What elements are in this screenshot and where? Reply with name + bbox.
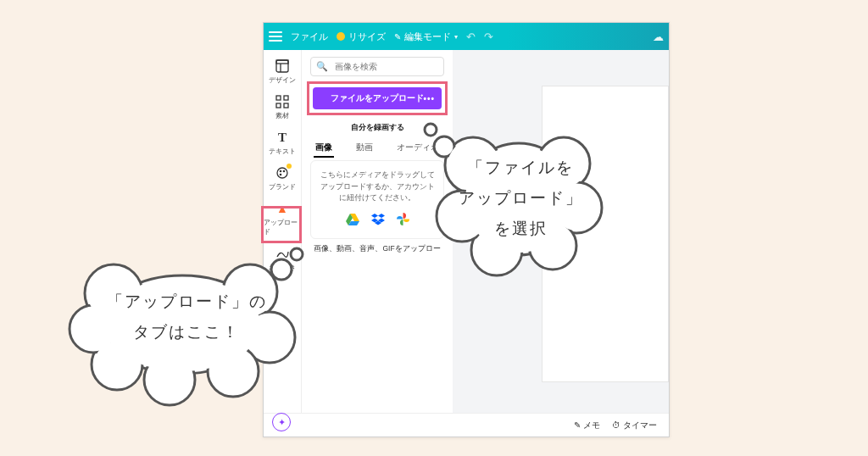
highlight-upload-button: ファイルをアップロード ••• [307,81,448,115]
svg-point-31 [208,346,259,397]
svg-point-37 [104,278,260,371]
svg-point-33 [92,339,142,390]
cloud-sync-icon[interactable]: ☁ [653,31,664,43]
svg-rect-5 [276,103,281,108]
file-menu[interactable]: ファイル [291,31,328,43]
svg-point-42 [147,357,192,403]
timer-label: タイマー [623,420,657,431]
dropbox-icon[interactable] [371,211,385,231]
svg-point-9 [283,170,286,173]
resize-label: リサイズ [348,31,386,43]
svg-rect-6 [284,103,288,108]
upload-file-button[interactable]: ファイルをアップロード ••• [313,87,442,109]
svg-rect-3 [276,96,281,100]
text-icon: T [275,130,290,145]
side-rail: デザイン 素材 T テキスト ブランド ▲ アップロー [264,50,302,413]
rail-item-text[interactable]: T テキスト [264,126,302,159]
memo-icon: ✎ [574,420,581,430]
search-icon: 🔍 [316,61,328,72]
record-self-button[interactable]: 自分を録画する [310,122,444,133]
rail-item-upload[interactable]: ▲ アップロード [264,197,302,240]
redo-icon[interactable]: ↷ [484,31,493,43]
timer-icon: ⏱ [612,420,620,430]
svg-point-28 [85,264,142,322]
svg-rect-1 [276,60,288,64]
crown-icon [337,32,345,41]
drag-text: に紐付けてください。 [316,192,438,204]
rail-label: テキスト [269,147,296,156]
badge-dot-icon [287,164,292,169]
rail-label: ブランド [269,182,296,192]
brand-icon [275,165,290,181]
svg-point-8 [280,170,282,173]
media-tabs: 画像 動画 オーディオ [310,140,444,153]
more-dots-icon[interactable]: ••• [423,94,435,103]
drag-text: アップロードするか、アカウント [316,181,438,193]
edit-mode-label: 編集モード [404,31,451,43]
drag-drop-area[interactable]: こちらにメディアをドラッグして アップロードするか、アカウント に紐付けてくださ… [310,160,444,239]
app-window: ファイル リサイズ ✎ 編集モード ▾ ↶ ↷ ☁ デザイン [263,22,670,437]
annotation-text: 「アップロード」の [107,292,267,310]
pencil-icon: ✎ [394,32,401,42]
drag-text: こちらにメディアをドラッグして [316,170,438,181]
google-photos-icon[interactable] [397,211,409,231]
svg-point-32 [144,354,195,405]
svg-point-27 [102,275,263,374]
rail-label: アップロード [264,218,302,236]
template-icon [275,58,290,74]
edit-mode-menu[interactable]: ✎ 編集モード ▾ [394,31,458,43]
rail-item-brand[interactable]: ブランド [264,162,302,195]
artboard[interactable] [542,86,669,382]
canvas-area[interactable] [453,50,669,413]
annotation-text: タブはここ！ [133,323,240,341]
chevron-down-icon: ▾ [454,33,458,41]
svg-point-41 [210,348,256,394]
bottom-bar: ✦ ✎ メモ ⏱ タイマー [264,413,669,437]
search-input[interactable] [333,61,444,72]
svg-point-44 [72,308,114,350]
svg-point-34 [70,305,117,353]
upload-panel: 🔍 ファイルをアップロード ••• 自分を録画する 画像 動画 オーディオ こち… [302,50,453,413]
rail-item-elements[interactable]: 素材 [264,91,302,124]
resize-menu[interactable]: リサイズ [337,31,386,43]
upload-button-label: ファイルをアップロード [331,92,424,104]
svg-point-43 [94,342,140,387]
rail-label: お絵描き [269,263,296,272]
upload-flame-icon: ▲ [275,201,290,216]
tab-image[interactable]: 画像 [315,142,332,153]
menu-icon[interactable] [269,31,282,42]
grid-icon [275,94,290,109]
memo-label: メモ [583,420,600,431]
svg-point-38 [87,267,140,320]
cloud-services-row [316,211,438,231]
top-toolbar: ファイル リサイズ ✎ 編集モード ▾ ↶ ↷ ☁ [264,23,669,50]
rail-label: 素材 [275,111,289,120]
svg-rect-0 [276,60,288,72]
memo-button[interactable]: ✎ メモ [574,420,600,431]
rail-item-design[interactable]: デザイン [264,55,302,88]
timer-button[interactable]: ⏱ タイマー [612,420,657,431]
svg-point-7 [277,168,287,178]
rail-label: デザイン [269,75,296,85]
search-field[interactable]: 🔍 [310,57,444,76]
tab-audio[interactable]: オーディオ [397,142,439,153]
draw-icon [275,246,290,261]
upload-caption: 画像、動画、音声、GIFをアップロー [310,244,444,254]
rail-item-draw[interactable]: お絵描き [264,242,302,275]
google-drive-icon[interactable] [346,211,359,231]
undo-icon[interactable]: ↶ [466,31,476,43]
svg-point-10 [280,174,282,176]
workspace: デザイン 素材 T テキスト ブランド ▲ アップロー [264,50,669,413]
magic-button[interactable]: ✦ [272,413,291,431]
svg-rect-4 [284,96,288,100]
tab-video[interactable]: 動画 [356,142,373,153]
